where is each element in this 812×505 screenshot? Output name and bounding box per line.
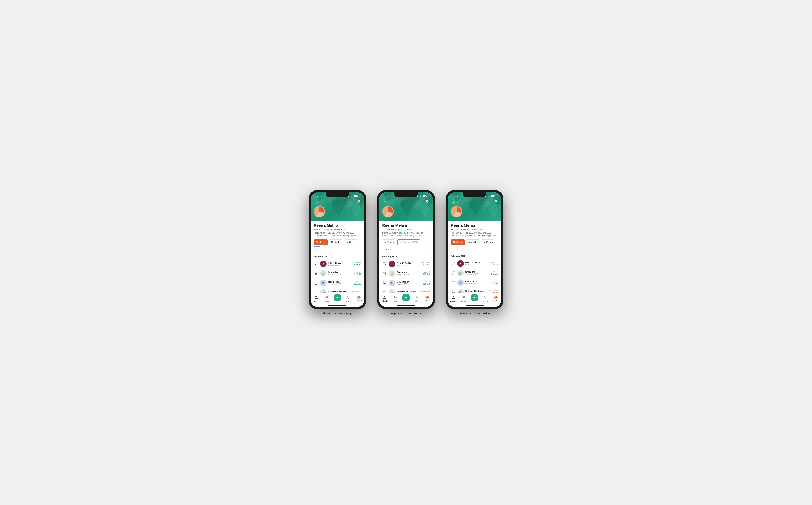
transaction-amount: you are owed$23.57 [352,262,361,266]
charts-button[interactable]: ▼ Charts [382,239,396,245]
action-buttons-row: Settle upRemind...▼ Charts▼ [451,239,498,252]
nav-item-groups[interactable]: Groups [390,296,401,302]
wifi-icon: ▲ [351,195,353,197]
nav-label-groups: Groups [461,300,466,302]
groups-icon [325,296,328,299]
nav-item-groups[interactable]: Groups [458,296,469,302]
transaction-item[interactable]: Feb17🛒GroceriesYou paid $25.95you lent$1… [451,269,498,278]
avatar [451,206,462,217]
transaction-info: NYC Trip 2023Shared group [465,261,487,266]
transaction-item[interactable]: Feb17🛒GroceriesYou paid $25.95you lent$1… [382,269,430,278]
header-nav: ‹ [314,199,361,206]
remind-button[interactable]: Remind... [329,239,343,245]
transaction-date: Feb17 [314,262,319,266]
convert-usd-button[interactable]: ▼ Convert to USD [397,239,420,245]
convert-triangle-icon: ▼ [400,241,402,244]
more-button-active[interactable]: ▼ [314,246,320,252]
remind-button[interactable]: Remind... [466,239,480,245]
settings-button[interactable] [493,200,498,204]
nav-item-groups[interactable]: Groups [321,296,332,302]
nav-label-friends: Friends [382,300,388,302]
charts-triangle-icon: ▼ [484,241,486,243]
transaction-icon: 🎭 [320,280,326,286]
back-button[interactable]: ‹ [382,199,387,204]
nav-item-activity[interactable]: Activity [480,296,491,302]
person-name: Reena Mehra [382,223,430,228]
settings-button[interactable] [356,200,361,204]
transaction-item[interactable]: Feb17🛒GroceriesYou paid $25.95you lent$1… [314,269,361,278]
charts-triangle-icon: ▼ [346,241,349,243]
more-chevron-icon: ▼ [453,248,455,250]
nav-icon-friends [383,296,387,300]
transaction-icon: ✈ [457,260,464,267]
settings-button[interactable] [425,200,430,204]
phones-container: 4:30 ▲ ‹ Reena MehraYou are owed $42.36 … [308,190,504,315]
transaction-item[interactable]: Feb07🎭Movie ticketYou paid $30.25you len… [314,278,361,288]
phone-frame-fig07: 4:30 ▲ ‹ Reena MehraYou are owed $42.36 … [308,190,366,309]
transaction-icon: 🍽 [320,289,326,293]
charts-button[interactable]: ▼ Charts [344,239,358,245]
transaction-item[interactable]: Feb07🍽Chinese ResturantReena M. paid $18… [382,288,430,293]
transaction-info: Movie ticketYou paid $30.25 [397,281,421,285]
nav-item-account[interactable]: Account [354,296,364,302]
nav-item-friends[interactable]: Friends [448,296,458,302]
transaction-date: Feb17 [451,261,456,266]
transaction-icon: ✈ [389,261,395,267]
transaction-item[interactable]: Feb17✈NYC Trip 2023Shared groupyou are o… [382,259,430,269]
transaction-info: Chinese ResturantReena M. paid $18.65 [465,290,487,293]
activity-icon [415,296,418,299]
nav-add-button[interactable]: + [401,294,411,303]
settle-up-button[interactable]: Settle up [451,239,465,245]
charts-triangle-icon: ▼ [385,241,387,244]
friends-icon [314,296,318,299]
nav-label-groups: Groups [393,300,398,302]
bottom-nav: Friends Groups + Activity Account [379,293,433,305]
battery-icon [423,195,426,197]
transaction-info: GroceriesYou paid $25.95 [397,271,421,276]
transaction-item[interactable]: Feb07🍽Chinese ResturantReena M. paid $18… [314,288,361,293]
bottom-nav: Friends Groups + Activity Account [448,293,501,305]
charts-button[interactable]: ▼ Charts [481,239,495,245]
nav-item-friends[interactable]: Friends [379,296,390,302]
more-button-plain[interactable]: ▼ [451,246,457,252]
nav-item-friends[interactable]: Friends [311,296,321,302]
transaction-date: Feb07 [314,290,319,293]
export-button[interactable]: Export [382,246,393,252]
nav-label-account: Account [493,300,499,302]
settle-up-button[interactable]: Settle up [314,239,328,245]
transaction-item[interactable]: Feb07🎭Movie ticketYou paid $30.25you len… [451,278,498,288]
transaction-date: Feb07 [314,281,319,285]
transaction-info: Movie ticketYou paid $30.25 [328,281,353,285]
transaction-info: GroceriesYou paid $25.95 [328,271,353,276]
transaction-amount: you are owed$23.57 [489,261,498,266]
transaction-amount: you borrowed$9.32 [351,290,361,293]
transaction-item[interactable]: Feb17✈NYC Trip 2023Shared groupyou are o… [314,259,361,269]
transaction-icon: 🎭 [389,280,395,286]
transaction-item[interactable]: Feb07🎭Movie ticketYou paid $30.25you len… [382,278,430,288]
nav-label-account: Account [356,300,362,302]
nav-add-button[interactable]: + [469,294,480,303]
month-label: February 2023 [382,255,430,258]
transaction-amount: you lent$12.98 [423,271,430,276]
back-button[interactable]: ‹ [314,199,319,204]
owed-summary: You are owed $42.36 overall [314,228,361,231]
transaction-date: Feb07 [382,281,387,285]
person-name: Reena Mehra [314,223,361,228]
transaction-item[interactable]: Feb17✈NYC Trip 2023Shared groupyou are o… [451,259,498,269]
nav-add-button[interactable]: + [332,294,343,303]
nav-item-activity[interactable]: Activity [343,296,354,302]
groups-icon [394,296,397,299]
back-button[interactable]: ‹ [451,199,456,204]
transaction-icon: 🍽 [457,289,464,293]
nav-item-account[interactable]: Account [422,296,433,302]
nav-icon-groups [462,296,466,300]
nav-item-activity[interactable]: Activity [411,296,422,302]
nav-item-account[interactable]: Account [491,296,501,302]
person-name: Reena Mehra [451,223,498,228]
avatar [382,206,394,217]
transaction-item[interactable]: Feb07🍽Chinese ResturantReena M. paid $18… [451,288,498,293]
transaction-amount: you are owed$23.57 [420,262,430,266]
transaction-date: Feb17 [314,271,319,276]
battery-icon [491,195,495,197]
nav-label-friends: Friends [313,300,319,302]
